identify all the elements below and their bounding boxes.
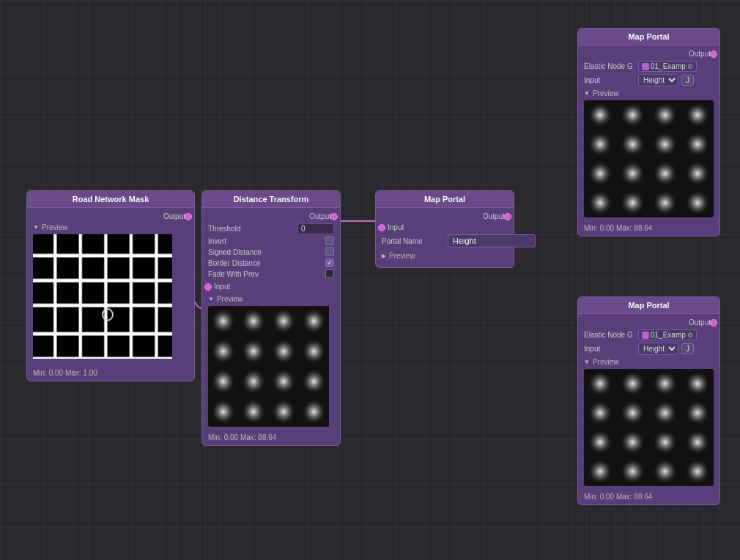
road-network-mask-node: Road Network Mask Output Preview Min: 0.… [26, 190, 195, 381]
mp-bottom-elastic-row: Elastic Node G 01_Examp ⚙ [584, 329, 714, 340]
dt-input-label: Input [214, 283, 230, 291]
threshold-input[interactable] [297, 223, 334, 234]
mp-bottom-input-row: Input Height J [584, 343, 714, 355]
distance-transform-title: Distance Transform [202, 191, 340, 208]
map-portal-top-title: Map Portal [578, 29, 719, 45]
mp-bottom-elastic-value[interactable]: 01_Examp ⚙ [638, 329, 697, 340]
elastic-icon-bottom [642, 332, 649, 339]
dt-preview-toggle[interactable]: Preview [208, 295, 334, 303]
mp-top-input-row: Input Height J [584, 74, 714, 86]
mp-bottom-elastic-label: Elastic Node G [584, 331, 635, 339]
distance-transform-node: Distance Transform Output Threshold Inve… [201, 190, 341, 446]
portal-name-label: Portal Name [382, 237, 448, 245]
mp-center-output-port[interactable] [504, 213, 511, 220]
mp-top-output-port[interactable] [710, 51, 717, 58]
border-distance-row: Border Distance [208, 258, 334, 267]
mp-bottom-output-port[interactable] [710, 319, 717, 326]
road-preview-canvas [33, 234, 172, 359]
road-network-mask-title: Road Network Mask [27, 191, 194, 208]
border-distance-checkbox[interactable] [325, 258, 334, 267]
threshold-label: Threshold [208, 225, 274, 233]
mp-center-input-label: Input [388, 223, 404, 231]
fade-with-prev-label: Fade With Prev [208, 270, 274, 278]
portal-name-input[interactable] [448, 234, 536, 247]
dt-output-port[interactable] [330, 213, 338, 220]
signed-distance-label: Signed Distance [208, 248, 274, 256]
mp-top-preview-canvas [584, 100, 714, 217]
elastic-icon-top [642, 63, 649, 70]
mp-bottom-output-label: Output [689, 318, 711, 326]
mp-top-input-label: Input [584, 76, 635, 84]
mp-center-input-port[interactable] [378, 224, 385, 231]
mp-bottom-height-select[interactable]: Height [638, 343, 678, 355]
mp-center-preview-toggle[interactable]: Preview [382, 252, 508, 260]
mp-top-height-select[interactable]: Height [638, 74, 678, 86]
gear-icon-bottom[interactable]: ⚙ [687, 332, 693, 339]
mp-top-elastic-value[interactable]: 01_Examp ⚙ [638, 61, 697, 72]
mp-top-preview-toggle[interactable]: Preview [584, 89, 714, 97]
road-preview-toggle[interactable]: Preview [33, 223, 188, 231]
dt-preview-canvas [208, 306, 329, 427]
gear-icon-top[interactable]: ⚙ [687, 63, 693, 70]
mp-bottom-min-max: Min: 0.00 Max: 88.64 [578, 490, 719, 504]
portal-name-row: Portal Name [382, 234, 508, 247]
mp-bottom-preview-canvas [584, 369, 714, 486]
signed-distance-row: Signed Distance [208, 247, 334, 256]
mp-top-min-max: Min: 0.00 Max: 88.64 [578, 222, 719, 236]
mp-bottom-j-button[interactable]: J [681, 343, 694, 354]
border-distance-label: Border Distance [208, 259, 274, 267]
fade-with-prev-row: Fade With Prev [208, 269, 334, 278]
map-portal-center-node: Map Portal Output Input Portal Name Prev… [375, 190, 514, 268]
map-portal-center-title: Map Portal [376, 191, 514, 208]
dt-input-port[interactable] [204, 283, 212, 291]
signed-distance-checkbox[interactable] [325, 247, 334, 256]
invert-row: Invert [208, 236, 334, 245]
mp-center-output-label: Output [483, 212, 505, 220]
invert-checkbox[interactable] [325, 236, 334, 245]
mp-top-j-button[interactable]: J [681, 75, 694, 86]
map-portal-top-node: Map Portal Output Elastic Node G 01_Exam… [577, 28, 720, 236]
threshold-row: Threshold [208, 223, 334, 234]
road-output-label: Output [163, 212, 185, 220]
road-output-port[interactable] [185, 213, 192, 220]
mp-top-elastic-label: Elastic Node G [584, 62, 635, 70]
dt-min-max: Min: 0.00 Max: 88.64 [202, 431, 340, 445]
dt-output-label: Output [309, 212, 331, 220]
map-portal-bottom-node: Map Portal Output Elastic Node G 01_Exam… [577, 296, 720, 505]
mp-bottom-preview-toggle[interactable]: Preview [584, 358, 714, 366]
mp-bottom-input-label: Input [584, 345, 635, 353]
mp-top-output-label: Output [689, 50, 711, 58]
invert-label: Invert [208, 237, 274, 245]
map-portal-bottom-title: Map Portal [578, 297, 719, 314]
road-min-max: Min: 0.00 Max: 1.00 [27, 367, 194, 381]
fade-with-prev-checkbox[interactable] [325, 269, 334, 278]
mp-top-elastic-row: Elastic Node G 01_Examp ⚙ [584, 61, 714, 72]
